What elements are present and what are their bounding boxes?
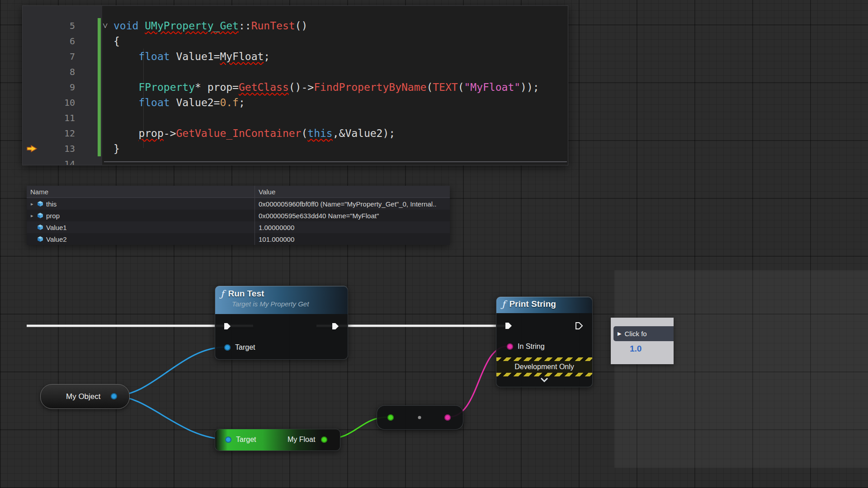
watch-row[interactable]: Value11.00000000	[27, 221, 450, 233]
conversion-input-pin[interactable]	[387, 414, 394, 421]
gutter[interactable]: 5	[23, 18, 102, 33]
column-header-value[interactable]: Value	[255, 186, 450, 197]
code-text[interactable]: float Value2=0.f;	[102, 95, 568, 110]
code-token: ()->	[289, 81, 314, 93]
gutter[interactable]: 13	[23, 141, 102, 156]
wire-myobject-to-getter-target[interactable]	[114, 396, 227, 439]
exec-out-pin[interactable]	[575, 322, 583, 330]
code-text[interactable]	[102, 110, 568, 126]
code-text[interactable]: }	[102, 141, 568, 156]
line-number: 6	[23, 33, 75, 49]
code-token: float	[138, 51, 170, 62]
code-token: RunTest	[251, 20, 295, 32]
in-string-pin-label: In String	[518, 343, 545, 351]
editor-scrollbar-line[interactable]	[104, 161, 567, 162]
code-line: 13}	[23, 141, 568, 156]
exec-in-pin[interactable]	[223, 322, 231, 330]
expand-node-chevron-icon[interactable]	[540, 377, 549, 383]
node-print-string[interactable]: ƒ Print String In String Development Onl…	[496, 296, 593, 387]
code-line: 10 float Value2=0.f;	[23, 95, 568, 110]
gutter[interactable]: 14	[23, 156, 102, 165]
node-my-object[interactable]: My Object	[40, 384, 130, 409]
code-token: {	[113, 35, 120, 47]
code-text[interactable]: ˅void UMyProperty_Get::RunTest()	[102, 18, 568, 33]
column-divider[interactable]	[255, 186, 255, 245]
watch-name-cell: Value2	[27, 235, 255, 243]
code-token: ;	[239, 97, 245, 108]
code-token: FProperty	[138, 81, 195, 93]
code-token: (	[301, 127, 307, 139]
conversion-output-pin[interactable]	[444, 414, 451, 421]
code-token: Value2=	[170, 97, 220, 108]
gutter[interactable]: 10	[23, 95, 102, 110]
node-title: Run Test	[228, 289, 264, 299]
gutter[interactable]: 12	[23, 126, 102, 141]
code-token: "MyFloat"	[464, 81, 520, 93]
watch-window[interactable]: Name Value ▸this0x000005960fbf0ff0 (Name…	[27, 186, 450, 245]
code-token: ->	[164, 127, 176, 139]
node-run-test[interactable]: ƒ Run Test Target is My Property Get Tar…	[215, 286, 348, 360]
gutter[interactable]: 7	[23, 49, 102, 64]
code-token: FindPropertyByName	[314, 81, 426, 93]
hazard-stripe	[496, 373, 592, 376]
function-icon: ƒ	[221, 289, 224, 298]
watch-row[interactable]: ▸this0x000005960fbf0ff0 (Name="MyPropert…	[27, 198, 450, 210]
expand-arrow-icon[interactable]: ▸	[31, 213, 37, 219]
gutter[interactable]: 11	[23, 110, 102, 126]
code-token: (	[458, 81, 464, 93]
hazard-stripe	[496, 357, 592, 361]
line-number: 5	[23, 18, 75, 33]
gutter[interactable]: 9	[23, 80, 102, 95]
code-text[interactable]: float Value1=MyFloat;	[102, 49, 568, 64]
conversion-dot	[418, 416, 421, 419]
expand-arrow-icon[interactable]: ▸	[31, 201, 37, 207]
variable-icon	[37, 201, 43, 207]
line-number: 13	[23, 141, 75, 156]
code-token: Value1=	[170, 51, 220, 62]
code-token: void	[113, 20, 145, 32]
code-text[interactable]: prop->GetValue_InContainer(this,&Value2)…	[102, 126, 568, 141]
tooltip-value: 1.0	[630, 344, 642, 354]
exec-in-pin[interactable]	[505, 322, 513, 330]
target-pin[interactable]	[224, 344, 231, 351]
gutter[interactable]: 8	[23, 64, 102, 80]
line-number: 12	[23, 126, 75, 141]
code-text[interactable]: FProperty* prop=GetClass()->FindProperty…	[102, 80, 568, 95]
exec-out-pin[interactable]	[331, 322, 340, 330]
code-line: 12 prop->GetValue_InContainer(this,&Valu…	[23, 126, 568, 141]
watch-rows: ▸this0x000005960fbf0ff0 (Name="MyPropert…	[27, 198, 450, 245]
click-for-more-button[interactable]: ▶ Click fo	[613, 326, 674, 341]
code-text[interactable]	[102, 64, 568, 80]
code-text[interactable]	[102, 156, 568, 165]
code-token: MyFloat	[220, 51, 264, 62]
variable-icon	[37, 212, 43, 219]
watch-row[interactable]: Value2101.000000	[27, 233, 450, 245]
code-token	[113, 51, 138, 62]
watch-name-cell: ▸prop	[27, 212, 255, 220]
my-object-output-pin[interactable]	[111, 393, 117, 399]
development-only-label: Development Only	[496, 361, 592, 373]
fold-chevron-icon[interactable]: ˅	[103, 18, 108, 33]
my-float-output-pin[interactable]	[321, 436, 327, 443]
watch-row[interactable]: ▸prop0x00000595e633dd40 Name="MyFloat"	[27, 210, 450, 221]
code-token: }	[113, 143, 120, 155]
watch-header: Name Value	[27, 186, 450, 198]
code-token: ;	[264, 51, 270, 62]
in-string-pin[interactable]	[507, 343, 513, 350]
gutter[interactable]: 6	[23, 33, 102, 49]
code-editor[interactable]: 5˅void UMyProperty_Get::RunTest()6{7 flo…	[22, 5, 568, 165]
code-text[interactable]: {	[102, 33, 568, 49]
code-token: ()	[295, 20, 308, 32]
code-line: 8	[23, 64, 568, 80]
column-header-name[interactable]: Name	[27, 186, 255, 197]
wire-myobject-to-runtest-target[interactable]	[114, 347, 226, 396]
variable-label: My Object	[66, 392, 101, 401]
node-get-my-float[interactable]: Target My Float	[215, 429, 340, 451]
code-token: float	[138, 97, 170, 108]
node-conversion[interactable]	[377, 405, 463, 430]
code-token: GetClass	[239, 81, 289, 93]
background-panel	[614, 270, 868, 468]
print-string-header: ƒ Print String	[496, 297, 592, 313]
code-token: ));	[520, 81, 539, 93]
getter-target-pin[interactable]	[225, 436, 231, 443]
